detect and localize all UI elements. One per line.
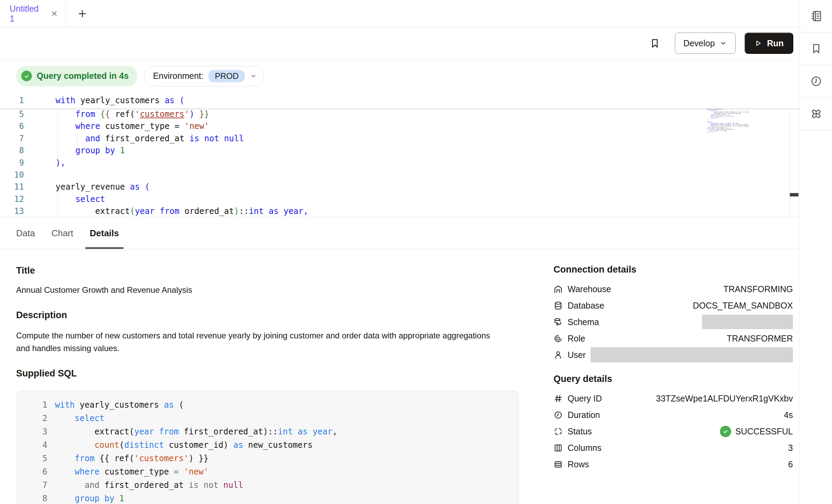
columns-icon — [554, 443, 563, 453]
user-icon — [554, 350, 563, 360]
editor-line-8: 8 group by 1 — [0, 145, 800, 157]
supplied-sql-line-7: 7 and first_ordered_at is not null — [27, 479, 519, 492]
editor-line-7: 7 and first_ordered_at is not null — [0, 133, 800, 145]
detail-label: Role — [568, 334, 585, 344]
supplied-sql-line-6: 6 where customer_type = 'new' — [27, 465, 519, 479]
detail-value: SUCCESSFUL — [735, 427, 793, 436]
develop-label: Develop — [684, 38, 715, 48]
editor-scrollbar-thumb[interactable] — [790, 193, 798, 196]
run-label: Run — [767, 38, 784, 48]
role-icon — [554, 334, 563, 343]
develop-dropdown[interactable]: Develop — [675, 33, 736, 54]
detail-row-warehouse: WarehouseTRANSFORMING — [554, 281, 793, 297]
history-icon — [810, 75, 822, 87]
supplied-sql-line-3: 3 extract(year from first_ordered_at)::i… — [27, 425, 519, 439]
detail-value: TRANSFORMING — [723, 284, 793, 294]
editor-line-9: 9), — [0, 157, 800, 169]
editor-line-10: 10 — [0, 169, 800, 181]
detail-value: 3 — [788, 443, 793, 453]
detail-label: User — [568, 350, 586, 360]
active-tab-indicator — [85, 247, 123, 249]
run-button[interactable]: Run — [745, 33, 793, 54]
detail-row-status: StatusSUCCESSFUL — [554, 423, 793, 440]
schema-icon — [554, 317, 563, 327]
detail-label: Schema — [568, 317, 599, 327]
chevron-down-icon — [720, 39, 727, 47]
check-circle-icon — [720, 426, 731, 437]
environment-label: Environment: — [153, 71, 203, 81]
tab-title: Untitled 1 — [10, 4, 45, 24]
redacted-value — [591, 347, 793, 362]
check-circle-icon — [21, 71, 32, 81]
warehouse-icon — [554, 285, 563, 294]
detail-label: Query ID — [568, 394, 602, 404]
detail-label: Database — [568, 301, 604, 311]
detail-label: Duration — [568, 410, 600, 420]
editor-lines: 5 from {{ ref('customers') }}6 where cus… — [0, 108, 800, 217]
bookmark-icon[interactable] — [649, 38, 661, 49]
results-tab-bar: Data Chart Details — [0, 217, 800, 249]
sql-code-editor[interactable]: 1with yearly_customers as ( 5 from {{ re… — [0, 93, 800, 217]
tab-data-label: Data — [16, 228, 35, 239]
detail-row-role: RoleTRANSFORMER — [554, 330, 793, 347]
query-status-pill: Query completed in 4s — [16, 66, 138, 86]
new-tab-button[interactable] — [77, 0, 87, 27]
environment-selector[interactable]: Environment: PROD — [144, 66, 264, 86]
indent-guide — [77, 133, 78, 145]
database-icon — [554, 301, 563, 310]
main-area: Untitled 1 Develop Run — [0, 0, 800, 504]
bookmark-icon — [810, 43, 822, 55]
tab-details[interactable]: Details — [90, 217, 119, 249]
sidebar-item-bookmarks[interactable] — [800, 33, 832, 65]
supplied-sql-block: 1with yearly_customers as (2 select3 ext… — [16, 391, 519, 504]
supplied-sql-line-4: 4 count(distinct customer_id) as new_cus… — [27, 439, 519, 452]
detail-label: Rows — [568, 459, 589, 469]
hash-icon — [554, 394, 563, 403]
lineage-icon — [809, 107, 823, 121]
tab-details-label: Details — [90, 228, 119, 239]
detail-row-schema: Schema — [554, 314, 793, 330]
query-details-heading: Query details — [554, 374, 793, 384]
editor-line-12: 12 select — [0, 193, 800, 205]
rows-icon — [554, 460, 563, 469]
tab-untitled-1[interactable]: Untitled 1 — [0, 0, 66, 27]
sidebar-item-notebook[interactable] — [800, 0, 832, 33]
connection-details-rows: WarehouseTRANSFORMINGDatabaseDOCS_TEAM_S… — [554, 281, 793, 363]
close-icon[interactable] — [50, 10, 58, 17]
editor-line-5: 5 from {{ ref('customers') }} — [0, 108, 800, 120]
detail-row-duration: Duration4s — [554, 407, 793, 423]
duration-icon — [554, 410, 563, 420]
toolbar: Develop Run — [0, 27, 800, 59]
detail-value: 4s — [784, 410, 793, 420]
detail-row-columns: Columns3 — [554, 440, 793, 456]
supplied-sql-line-1: 1with yearly_customers as ( — [27, 398, 519, 412]
environment-value-badge: PROD — [209, 70, 245, 82]
detail-label: Columns — [568, 443, 602, 453]
detail-row-rows: Rows6 — [554, 456, 793, 472]
editor-line-13: 13 extract(year from ordered_at)::int as… — [0, 205, 800, 217]
detail-value: TRANSFORMER — [727, 334, 793, 344]
supplied-sql-line-8: 8 group by 1 — [27, 492, 519, 504]
detail-row-query-id: Query ID33TZseWpe1ALFDUYerxR1gVKxbv — [554, 390, 793, 407]
indent-guide — [58, 109, 58, 157]
tab-data[interactable]: Data — [16, 217, 35, 249]
status-icon — [554, 427, 563, 436]
editor-scrollbar-track[interactable] — [789, 93, 799, 217]
status-bar: Query completed in 4s Environment: PROD — [0, 59, 800, 93]
tab-bar: Untitled 1 — [0, 0, 800, 27]
indent-guide — [58, 194, 58, 217]
connection-details-heading: Connection details — [554, 264, 793, 275]
detail-value: 33TZseWpe1ALFDUYerxR1gVKxbv — [656, 394, 793, 404]
description-text: Compute the number of new customers and … — [16, 329, 495, 355]
right-icon-sidebar — [800, 0, 832, 504]
detail-value: 6 — [788, 459, 793, 469]
redacted-value — [702, 315, 793, 329]
sidebar-item-history[interactable] — [800, 65, 832, 98]
detail-row-database: DatabaseDOCS_TEAM_SANDBOX — [554, 297, 793, 314]
tab-chart[interactable]: Chart — [51, 217, 73, 249]
detail-label: Status — [568, 427, 592, 436]
chevron-down-icon — [250, 73, 257, 80]
notebook-icon — [810, 10, 823, 23]
sidebar-item-lineage[interactable] — [800, 98, 832, 130]
play-icon — [754, 39, 762, 47]
